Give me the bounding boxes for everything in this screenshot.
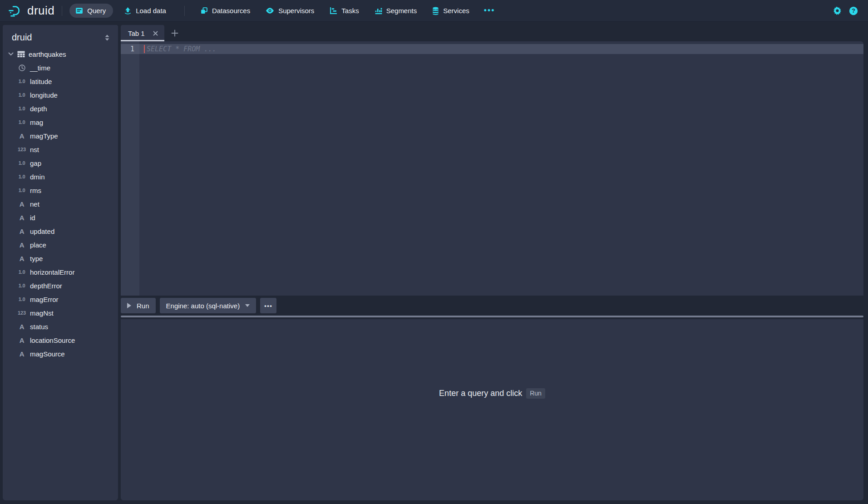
nav-item-services[interactable]: Services [428,4,474,18]
upload-icon [124,7,132,15]
float-type-icon: 1.0 [19,296,25,302]
column-name: dmin [30,173,45,181]
empty-message-text: Enter a query and click [439,389,522,398]
nav-item-label: Segments [386,7,417,15]
column-name: locationSource [30,336,75,344]
column-item[interactable]: A type [3,252,118,265]
top-nav: druid Query Load data Datasources Superv… [0,0,868,22]
float-type-icon: 1.0 [19,174,25,179]
column-item[interactable]: 123 magNst [3,306,118,320]
float-type-icon: 1.0 [19,106,25,111]
more-options-button[interactable]: ••• [260,298,276,313]
panel-splitter[interactable] [121,316,863,317]
column-name: rms [30,187,41,194]
string-type-icon: A [20,336,25,344]
nav-item-query[interactable]: Query [69,4,113,18]
play-icon [127,303,131,308]
brand[interactable]: druid [8,4,54,18]
bar-chart-icon [375,7,382,15]
column-item[interactable]: A updated [3,224,118,238]
tab-bar: Tab 1 [121,25,863,41]
column-name: mag [30,119,43,126]
column-name: depthError [30,282,62,290]
datasources-icon [200,7,208,15]
column-item[interactable]: __time [3,61,118,74]
datasource-earthquakes[interactable]: earthquakes [3,47,118,61]
string-type-icon: A [20,255,25,262]
tab-1[interactable]: Tab 1 [121,25,164,41]
results-panel: Enter a query and click Run [121,319,863,500]
column-name: type [30,255,43,262]
svg-text:?: ? [852,8,855,14]
number-type-icon: 123 [18,310,26,316]
query-icon [75,7,83,15]
nav-item-segments[interactable]: Segments [370,4,422,18]
text-cursor [144,45,145,53]
column-name: magSource [30,350,65,358]
nav-item-tasks[interactable]: Tasks [325,4,363,18]
string-type-icon: A [20,132,25,140]
float-type-icon: 1.0 [19,119,25,125]
nav-divider [184,6,185,16]
sql-editor[interactable]: 1 SELECT * FROM ... [121,41,863,296]
table-icon [17,51,25,58]
engine-select[interactable]: Engine: auto (sql-native) [160,298,256,313]
string-type-icon: A [20,350,25,358]
string-type-icon: A [20,241,25,249]
main-area: druid earthquakes [0,22,868,504]
caret-down-icon [245,304,250,307]
column-item[interactable]: 1.0 magError [3,292,118,306]
column-item[interactable]: 1.0 horizontalError [3,265,118,279]
column-list: __time 1.0 latitude 1.0 [3,61,118,361]
nav-item-supervisors[interactable]: Supervisors [261,4,319,18]
column-item[interactable]: 1.0 mag [3,115,118,129]
column-item[interactable]: 123 nst [3,143,118,156]
gear-icon[interactable] [833,6,842,15]
nav-item-datasources[interactable]: Datasources [196,4,255,18]
column-name: magNst [30,309,54,317]
string-type-icon: A [20,227,25,235]
column-item[interactable]: A place [3,238,118,252]
column-name: status [30,323,48,331]
run-bar: Run Engine: auto (sql-native) ••• [121,296,863,316]
column-item[interactable]: 1.0 rms [3,183,118,197]
run-button-label: Run [137,302,149,310]
column-name: id [30,214,35,222]
empty-results-message: Enter a query and click Run [439,388,545,399]
run-button[interactable]: Run [121,298,156,313]
column-item[interactable]: 1.0 dmin [3,170,118,183]
column-item[interactable]: A status [3,320,118,333]
nav-item-label: Datasources [212,7,250,15]
float-type-icon: 1.0 [19,92,25,98]
nav-item-label: Tasks [341,7,359,15]
close-icon[interactable] [152,30,159,37]
column-item[interactable]: 1.0 gap [3,156,118,170]
column-name: horizontalError [30,268,74,276]
datasource-name: earthquakes [29,50,66,58]
column-item[interactable]: A id [3,211,118,224]
column-item[interactable]: 1.0 latitude [3,74,118,88]
column-name: gap [30,159,41,167]
string-type-icon: A [20,214,25,222]
float-type-icon: 1.0 [19,269,25,275]
column-item[interactable]: 1.0 depthError [3,279,118,292]
number-type-icon: 123 [18,147,26,152]
new-tab-button[interactable] [167,25,182,41]
nav-more-menu[interactable]: ••• [480,6,499,15]
column-item[interactable]: A magType [3,129,118,143]
float-type-icon: 1.0 [19,160,25,166]
column-item[interactable]: A magSource [3,347,118,361]
string-type-icon: A [20,200,25,208]
nav-item-label: Query [87,7,106,15]
column-item[interactable]: A locationSource [3,333,118,347]
help-icon[interactable]: ? [849,6,858,15]
float-type-icon: 1.0 [19,188,25,193]
column-item[interactable]: 1.0 depth [3,102,118,115]
nav-item-load-data[interactable]: Load data [119,4,171,18]
column-item[interactable]: 1.0 longitude [3,88,118,102]
column-item[interactable]: A net [3,197,118,211]
column-name: __time [30,64,50,72]
nav-item-label: Supervisors [278,7,314,15]
sort-icon[interactable] [104,34,111,42]
column-name: magError [30,296,59,303]
